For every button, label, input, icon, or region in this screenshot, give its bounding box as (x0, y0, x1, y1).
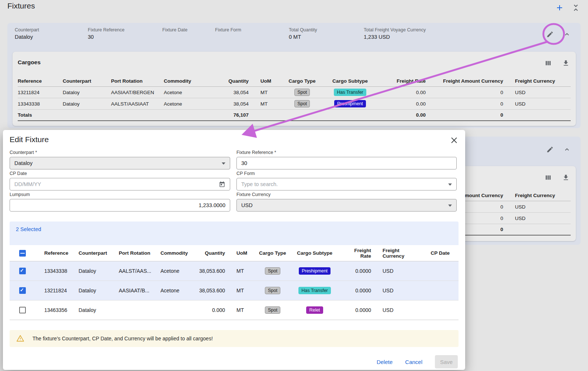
modal-table-header: Reference Counterpart Port Rotation Comm… (10, 245, 459, 261)
summary-label: Fixture Reference (88, 27, 162, 32)
cargo-subtype-badge: Preshipment (334, 100, 366, 107)
delete-button[interactable]: Delete (377, 359, 392, 365)
col-port-rotation: Port Rotation (111, 78, 164, 84)
summary-value: Dataloy (15, 34, 88, 40)
summary-label: Fixture Date (162, 27, 215, 32)
col-commodity: Commodity (160, 250, 190, 256)
summary-value: 0 MT (289, 34, 364, 40)
col-cargo-subtype: Cargo Subtype (287, 250, 342, 256)
col-commodity: Commodity (164, 78, 208, 84)
col-reference: Reference (44, 250, 79, 256)
cp-date-label: CP Date (10, 171, 230, 177)
select-all-checkbox[interactable] (19, 250, 26, 257)
calendar-icon[interactable] (219, 181, 225, 188)
cargo-type-badge: Spot (265, 267, 280, 275)
close-icon (450, 136, 459, 145)
fixture-currency-label: Fixture Currency (236, 192, 457, 198)
fixture-panel: CounterpartDataloy Fixture Reference30 F… (7, 23, 581, 128)
cargo-type-badge: Spot (265, 306, 280, 314)
add-fixture-button[interactable] (555, 3, 564, 13)
cargo-row[interactable]: ✓ 13343338 Dataloy AALST/AAS... Acetone … (10, 261, 459, 281)
summary-label: Counterpart (15, 27, 88, 32)
download-icon (562, 59, 570, 67)
close-button[interactable] (450, 136, 459, 145)
col-freight-amount-currency: Freight Amount Currency (426, 78, 503, 84)
cargo-type-badge: Spot (265, 287, 280, 294)
columns-icon (544, 174, 552, 181)
col-reference: Reference (18, 78, 63, 84)
lumpsum-input[interactable] (14, 202, 225, 208)
summary-value: 30 (88, 34, 162, 40)
chevron-up-icon (564, 31, 570, 38)
cargo-subtype-badge: Has Transfer (334, 89, 366, 96)
summary-label: Fixture Form (215, 27, 289, 32)
page-title: Fixtures (7, 1, 35, 10)
col-freight-currency: Freight Currency (503, 193, 571, 198)
download-button[interactable] (561, 173, 571, 182)
cargoes-header-row: Reference Counterpart Port Rotation Comm… (18, 76, 571, 87)
selected-count: 2 Selected (16, 226, 41, 232)
cargo-subtype-badge: Preshipment (299, 267, 331, 275)
col-cargo-subtype: Cargo Subtype (326, 78, 374, 84)
collapse-panel-button[interactable] (562, 30, 572, 39)
collapse-panel-button[interactable] (562, 145, 572, 154)
table-row[interactable]: 13343338 Dataloy AALST/AASIAAT Acetone 3… (18, 98, 571, 110)
col-freight-currency: Freight Currency (503, 78, 571, 84)
column-settings-button[interactable] (543, 173, 553, 182)
cargo-type-badge: Spot (294, 89, 310, 96)
cargo-row[interactable]: 13463356 Dataloy 0.000 MT Spot Relet 0.0… (10, 300, 459, 320)
col-cargo-type: Cargo Type (258, 250, 287, 256)
edit-fixture-button[interactable] (545, 145, 555, 154)
download-button[interactable] (561, 58, 571, 68)
col-cp-date: CP Date (415, 250, 459, 256)
cp-date-input[interactable] (14, 181, 216, 187)
chevron-up-icon (564, 146, 570, 153)
summary-label: Total Quantity (289, 27, 364, 32)
page-header: Fixtures (0, 0, 588, 18)
lumpsum-label: Lumpsum (10, 192, 230, 198)
cargo-row[interactable]: ✓ 13211824 Dataloy AASIAAT/B... Acetone … (10, 281, 459, 300)
edit-fixture-dialog: Edit Fixture Counterpart * Dataloy Fixtu… (3, 130, 465, 370)
pencil-icon (546, 31, 554, 38)
save-button[interactable]: Save (435, 355, 458, 368)
fixture-reference-label: Fixture Reference * (236, 150, 457, 156)
counterpart-select[interactable]: Dataloy (10, 157, 230, 169)
chevron-down-icon (448, 205, 452, 207)
row-checkbox[interactable] (19, 307, 26, 313)
cargo-type-badge: Spot (294, 100, 310, 107)
columns-icon (544, 59, 552, 67)
fixture-reference-input[interactable] (241, 160, 452, 166)
counterpart-label: Counterpart * (10, 150, 230, 156)
cp-form-label: CP Form (236, 171, 457, 177)
col-cargo-type: Cargo Type (278, 78, 326, 84)
chevron-down-icon (222, 162, 225, 165)
cargo-subtype-badge: Relet (306, 306, 323, 314)
dialog-title: Edit Fixture (10, 135, 459, 145)
cargo-subtype-badge: Has Transfer (298, 287, 331, 294)
edit-fixture-button[interactable] (545, 30, 555, 39)
fixture-currency-select[interactable]: USD (236, 199, 457, 212)
plus-icon (555, 3, 564, 12)
row-checkbox[interactable]: ✓ (19, 268, 26, 274)
cancel-button[interactable]: Cancel (405, 359, 422, 365)
selection-banner: 2 Selected (10, 221, 459, 245)
column-settings-button[interactable] (543, 58, 553, 68)
table-row[interactable]: 13211824 Dataloy AASIAAT/BERGEN Acetone … (18, 87, 571, 98)
col-counterpart: Counterpart (63, 78, 111, 84)
warning-icon (16, 334, 24, 343)
col-quantity: Quantity (190, 250, 225, 256)
chevron-down-icon (448, 183, 452, 186)
summary-value: 1,233 USD (364, 34, 504, 40)
warning-text: The fixture's Counterpart, CP Date, and … (32, 336, 213, 341)
totals-row: Totals 76,107 0.00 0 (18, 110, 571, 121)
col-freight-rate: Freight Rate (374, 78, 426, 84)
col-uom: UoM (225, 250, 258, 256)
col-quantity: Quantity (208, 78, 249, 84)
summary-label: Total Freight Voyage Currency (364, 27, 504, 32)
collapse-all-button[interactable] (571, 3, 581, 13)
cp-form-combobox[interactable] (236, 178, 457, 190)
cp-form-input[interactable] (241, 181, 452, 187)
cargoes-card: Cargoes Reference Counterpart Port Rotat… (13, 52, 576, 126)
row-checkbox[interactable]: ✓ (19, 287, 26, 294)
col-port-rotation: Port Rotation (119, 250, 160, 256)
